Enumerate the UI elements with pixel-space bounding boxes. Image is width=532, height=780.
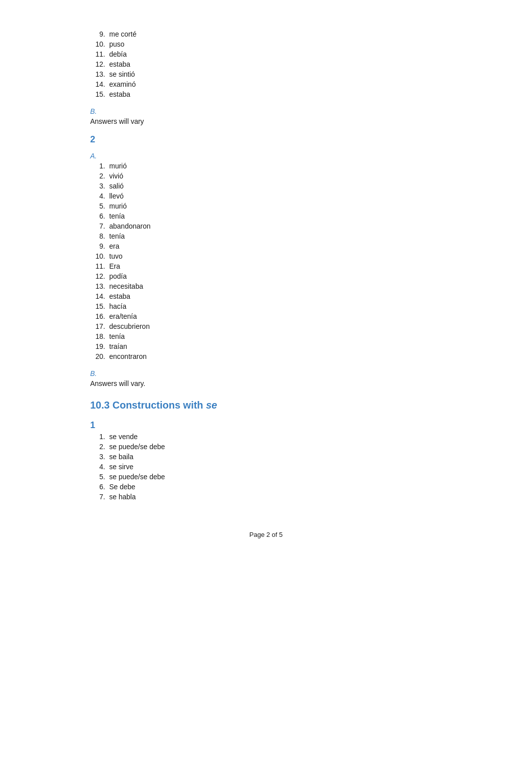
list-num: 2. bbox=[90, 443, 109, 451]
list-num: 9. bbox=[90, 30, 109, 38]
list-num: 11. bbox=[90, 50, 109, 58]
list-num: 9. bbox=[90, 242, 109, 250]
list-num: 13. bbox=[90, 282, 109, 290]
list-text: abandonaron bbox=[109, 222, 151, 230]
list-text: llevó bbox=[109, 192, 124, 200]
list-text: estaba bbox=[109, 292, 130, 300]
list-num: 19. bbox=[90, 342, 109, 350]
list-item: 19.traían bbox=[90, 342, 442, 350]
list-text: vivió bbox=[109, 172, 123, 180]
page-footer: Page 2 of 5 bbox=[90, 531, 442, 538]
list-text: descubrieron bbox=[109, 322, 150, 330]
list-num: 3. bbox=[90, 182, 109, 190]
list-item: 20.encontraron bbox=[90, 352, 442, 360]
list-item: 12.estaba bbox=[90, 60, 442, 68]
list-item: 13.se sintió bbox=[90, 70, 442, 78]
list-9-15: 9.me corté10.puso11.debía12.estaba13.se … bbox=[90, 30, 442, 98]
section-2-B-label: B. bbox=[90, 369, 442, 377]
list-text: salió bbox=[109, 182, 124, 190]
chapter-heading-text: 10.3 Constructions with bbox=[90, 400, 206, 411]
list-num: 17. bbox=[90, 322, 109, 330]
section-3: 1 1.se vende2.se puede/se debe3.se baila… bbox=[90, 420, 442, 501]
list-num: 4. bbox=[90, 463, 109, 471]
list-item: 15.hacía bbox=[90, 302, 442, 310]
list-text: murió bbox=[109, 202, 127, 210]
list-text: encontraron bbox=[109, 352, 147, 360]
list-text: tenía bbox=[109, 232, 125, 240]
list-item: 18.tenía bbox=[90, 332, 442, 340]
list-text: Se debe bbox=[109, 483, 135, 491]
list-item: 5.murió bbox=[90, 202, 442, 210]
section-1-B: B. Answers will vary bbox=[90, 107, 442, 125]
list-text: se baila bbox=[109, 453, 133, 461]
list-item: 14.examinó bbox=[90, 80, 442, 88]
list-text: murió bbox=[109, 162, 127, 170]
list-num: 4. bbox=[90, 192, 109, 200]
list-num: 8. bbox=[90, 232, 109, 240]
list-item: 12.podía bbox=[90, 272, 442, 280]
list-item: 9.me corté bbox=[90, 30, 442, 38]
list-num: 7. bbox=[90, 493, 109, 501]
list-text: hacía bbox=[109, 302, 126, 310]
list-item: 2.se puede/se debe bbox=[90, 443, 442, 451]
list-text: estaba bbox=[109, 90, 130, 98]
section-2-B: B. Answers will vary. bbox=[90, 369, 442, 387]
list-text: debía bbox=[109, 50, 127, 58]
list-text: podía bbox=[109, 272, 127, 280]
list-text: se sintió bbox=[109, 70, 135, 78]
list-text: Era bbox=[109, 262, 120, 270]
list-item: 1.murió bbox=[90, 162, 442, 170]
list-item: 17.descubrieron bbox=[90, 322, 442, 330]
list-item: 13.necesitaba bbox=[90, 282, 442, 290]
list-text: tenía bbox=[109, 332, 125, 340]
section-2-B-text: Answers will vary. bbox=[90, 379, 442, 387]
list-text: estaba bbox=[109, 60, 130, 68]
list-item: 7.abandonaron bbox=[90, 222, 442, 230]
list-section3-A: 1.se vende2.se puede/se debe3.se baila4.… bbox=[90, 433, 442, 501]
list-text: examinó bbox=[109, 80, 136, 88]
section-3-number: 1 bbox=[90, 420, 442, 431]
list-num: 6. bbox=[90, 212, 109, 220]
list-num: 14. bbox=[90, 80, 109, 88]
section-2: 2 A. 1.murió2.vivió3.salió4.llevó5.murió… bbox=[90, 134, 442, 360]
list-num: 1. bbox=[90, 162, 109, 170]
list-text: me corté bbox=[109, 30, 136, 38]
list-item: 8.tenía bbox=[90, 232, 442, 240]
list-section2-A: 1.murió2.vivió3.salió4.llevó5.murió6.ten… bbox=[90, 162, 442, 360]
list-item: 3.se baila bbox=[90, 453, 442, 461]
list-num: 15. bbox=[90, 302, 109, 310]
list-item: 10.puso bbox=[90, 40, 442, 48]
list-num: 2. bbox=[90, 172, 109, 180]
list-text: era bbox=[109, 242, 119, 250]
list-text: se habla bbox=[109, 493, 136, 501]
list-text: se puede/se debe bbox=[109, 473, 165, 481]
list-item: 6.Se debe bbox=[90, 483, 442, 491]
list-text: tuvo bbox=[109, 252, 122, 260]
list-item: 11.debía bbox=[90, 50, 442, 58]
list-num: 11. bbox=[90, 262, 109, 270]
list-item: 4.llevó bbox=[90, 192, 442, 200]
list-num: 13. bbox=[90, 70, 109, 78]
list-item: 4.se sirve bbox=[90, 463, 442, 471]
list-text: puso bbox=[109, 40, 124, 48]
list-item: 6.tenía bbox=[90, 212, 442, 220]
section-1-B-label: B. bbox=[90, 107, 442, 115]
list-item: 3.salió bbox=[90, 182, 442, 190]
list-num: 10. bbox=[90, 252, 109, 260]
list-num: 10. bbox=[90, 40, 109, 48]
list-num: 12. bbox=[90, 272, 109, 280]
list-text: se puede/se debe bbox=[109, 443, 165, 451]
list-num: 15. bbox=[90, 90, 109, 98]
list-num: 3. bbox=[90, 453, 109, 461]
list-item: 11.Era bbox=[90, 262, 442, 270]
section-2-A-label: A. bbox=[90, 152, 442, 160]
list-item: 2.vivió bbox=[90, 172, 442, 180]
list-num: 5. bbox=[90, 473, 109, 481]
list-item: 1.se vende bbox=[90, 433, 442, 441]
list-num: 14. bbox=[90, 292, 109, 300]
list-item: 10.tuvo bbox=[90, 252, 442, 260]
list-item: 14.estaba bbox=[90, 292, 442, 300]
section-1-continuation: 9.me corté10.puso11.debía12.estaba13.se … bbox=[90, 30, 442, 98]
list-num: 1. bbox=[90, 433, 109, 441]
list-item: 5.se puede/se debe bbox=[90, 473, 442, 481]
